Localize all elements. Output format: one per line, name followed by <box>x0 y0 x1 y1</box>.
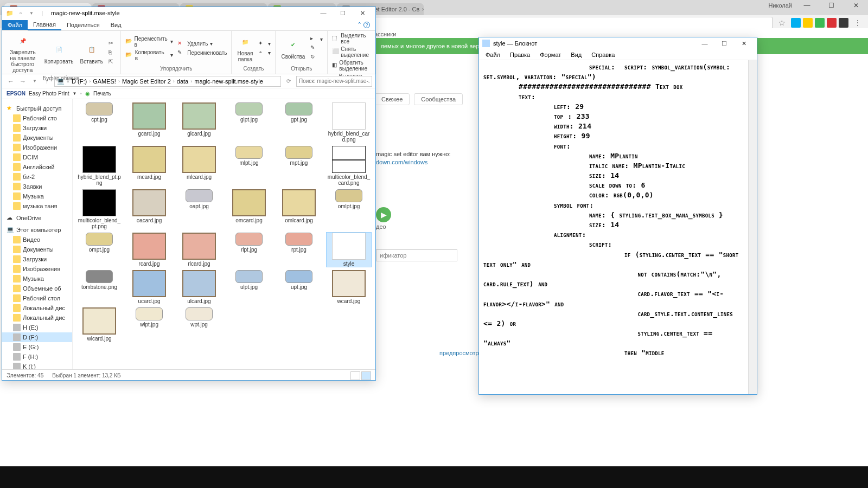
cut-button[interactable]: ✂ <box>107 40 117 48</box>
file-item[interactable]: mcard.jpg <box>127 146 171 186</box>
sidebar-item[interactable]: Видео <box>2 235 72 245</box>
file-item[interactable]: ompt.jpg <box>77 233 122 267</box>
webpage-tab[interactable]: Свежее <box>374 93 410 105</box>
taskbar[interactable] <box>0 466 868 488</box>
file-item[interactable]: wpt.jpg <box>177 307 221 342</box>
menu-item[interactable]: Файл <box>481 50 505 59</box>
copy-button[interactable]: 📄Копировать <box>42 41 76 66</box>
webpage-nav-link[interactable]: ассники <box>374 31 396 37</box>
file-item[interactable]: upt.jpg <box>277 270 321 304</box>
webpage-tab[interactable]: Сообщества <box>414 93 463 105</box>
file-item[interactable]: style <box>327 233 371 267</box>
sidebar-item[interactable]: Изображени <box>2 143 72 152</box>
refresh-button[interactable]: ⟳ <box>283 76 294 87</box>
breadcrumb-item[interactable]: D (F:) <box>72 78 87 85</box>
menu-item[interactable]: Вид <box>566 50 586 59</box>
play-icon[interactable]: ▶ <box>376 207 391 222</box>
sidebar-item[interactable]: Заявки <box>2 182 72 191</box>
notepad-textarea[interactable]: special: script: symbol_variation(symbol… <box>479 60 748 394</box>
chevron-right-icon[interactable]: › <box>173 79 175 84</box>
close-button[interactable]: ✕ <box>734 38 754 49</box>
extension-icon[interactable] <box>839 18 848 28</box>
preview-link[interactable]: предпросмотр <box>439 350 479 356</box>
breadcrumb-item[interactable]: data <box>177 78 188 85</box>
sidebar-item[interactable]: ★Быстрый доступ <box>2 104 72 113</box>
file-item[interactable]: wlcard.jpg <box>77 307 122 342</box>
file-item[interactable]: oacard.jpg <box>127 189 171 229</box>
file-item[interactable]: rlpt.jpg <box>227 233 271 267</box>
file-item[interactable]: mlpt.jpg <box>227 146 271 186</box>
menu-icon[interactable]: ⋮ <box>852 17 864 29</box>
file-item[interactable]: rcard.jpg <box>127 233 171 267</box>
menu-item[interactable]: Справка <box>587 50 619 59</box>
maximize-button[interactable]: ☐ <box>819 0 844 11</box>
extension-icon[interactable] <box>791 18 801 28</box>
scrollbar[interactable] <box>748 60 757 394</box>
ribbon-tab-view[interactable]: Вид <box>105 20 127 30</box>
breadcrumb-item[interactable]: magic-new-split.mse-style <box>194 78 263 85</box>
history-button[interactable]: ↻ <box>309 53 324 62</box>
sidebar-item[interactable]: Музыка <box>2 274 72 284</box>
close-button[interactable]: ✕ <box>844 0 868 11</box>
chrome-profile[interactable]: Николай <box>768 2 792 9</box>
qat-dropdown-icon[interactable]: ▼ <box>27 9 36 17</box>
paste-shortcut-button[interactable]: ⇱ <box>107 58 117 67</box>
sidebar-item[interactable]: E (G:) <box>2 342 72 352</box>
file-item[interactable]: gpt.jpg <box>277 102 321 143</box>
breadcrumb-bar[interactable]: 💻«D (F:)›GAMES!›Magic Set Editor 2›data›… <box>54 76 281 87</box>
file-item[interactable]: multicolor_blend_card.png <box>327 146 371 186</box>
ribbon-tab-file[interactable]: Файл <box>2 20 28 30</box>
new-item-button[interactable]: ✦▾ <box>257 40 272 48</box>
webpage-input[interactable] <box>376 249 457 261</box>
sidebar-item[interactable]: Объемные об <box>2 284 72 293</box>
pin-button[interactable]: 📌Закрепить на панели быстрого доступа <box>5 32 40 74</box>
sidebar-item[interactable]: Изображения <box>2 264 72 274</box>
edit-button[interactable]: ✎ <box>309 44 324 53</box>
breadcrumb-item[interactable]: GAMES! <box>93 78 116 85</box>
rename-button[interactable]: ✎Переименовать <box>176 49 228 57</box>
sidebar-item[interactable]: DCIM <box>2 152 72 162</box>
sidebar-item[interactable]: Рабочий стол <box>2 293 72 303</box>
breadcrumb-item[interactable]: Magic Set Editor 2 <box>122 78 171 85</box>
sidebar-item[interactable]: Локальный дис <box>2 303 72 313</box>
recent-button[interactable]: ▼ <box>29 76 40 87</box>
file-item[interactable]: hybrid_blend_pt.png <box>77 146 122 186</box>
file-item[interactable]: rlcard.jpg <box>177 233 221 267</box>
file-item[interactable]: ucard.jpg <box>127 270 171 304</box>
close-icon[interactable]: × <box>419 6 423 12</box>
sidebar-item[interactable]: 💻Этот компьютер <box>2 225 72 235</box>
menu-item[interactable]: Правка <box>506 50 534 59</box>
easy-access-button[interactable]: ⚬▾ <box>257 49 272 57</box>
sidebar-item[interactable]: D (F:) <box>2 332 72 342</box>
file-item[interactable]: wlpt.jpg <box>127 307 171 342</box>
sidebar-item[interactable]: музыка таня <box>2 201 72 211</box>
sidebar-item[interactable]: Локальный дис <box>2 313 72 323</box>
close-button[interactable]: ✕ <box>353 8 372 18</box>
file-item[interactable]: cpt.jpg <box>77 102 122 143</box>
menu-item[interactable]: Формат <box>535 50 565 59</box>
delete-button[interactable]: ✕Удалить ▾ <box>176 40 228 48</box>
chevron-right-icon[interactable]: › <box>118 79 120 84</box>
forward-button[interactable]: → <box>17 76 28 87</box>
sidebar-item[interactable]: Загрузки <box>2 123 72 133</box>
ribbon-tab-home[interactable]: Главная <box>28 20 61 30</box>
move-to-button[interactable]: 📂Переместить в ▾ <box>124 35 174 48</box>
file-item[interactable]: ulcard.jpg <box>177 270 221 304</box>
sidebar-item[interactable]: Документы <box>2 245 72 254</box>
file-item[interactable]: glpt.jpg <box>227 102 271 143</box>
sidebar-item[interactable]: Английский <box>2 162 72 172</box>
sidebar-item[interactable]: Документы <box>2 133 72 143</box>
sidebar-item[interactable]: Музыка <box>2 191 72 201</box>
properties-button[interactable]: ✔Свойства <box>279 36 307 61</box>
file-item[interactable]: mlcard.jpg <box>177 146 221 186</box>
file-item[interactable]: rpt.jpg <box>277 233 321 267</box>
extension-icon[interactable] <box>827 18 837 28</box>
minimize-button[interactable]: — <box>314 8 333 18</box>
explorer-titlebar[interactable]: 📁 ▫ ▼ | magic-new-split.mse-style — ☐ ✕ <box>2 7 375 19</box>
sidebar-item[interactable]: Загрузки <box>2 254 72 264</box>
sidebar-item[interactable]: ☁OneDrive <box>2 213 72 223</box>
file-item[interactable]: omlpt.jpg <box>327 189 371 229</box>
open-button[interactable]: ▸▾ <box>309 35 324 43</box>
select-none-button[interactable]: ⬜Снять выделение <box>331 46 372 59</box>
copy-path-button[interactable]: ⎘ <box>107 49 117 57</box>
